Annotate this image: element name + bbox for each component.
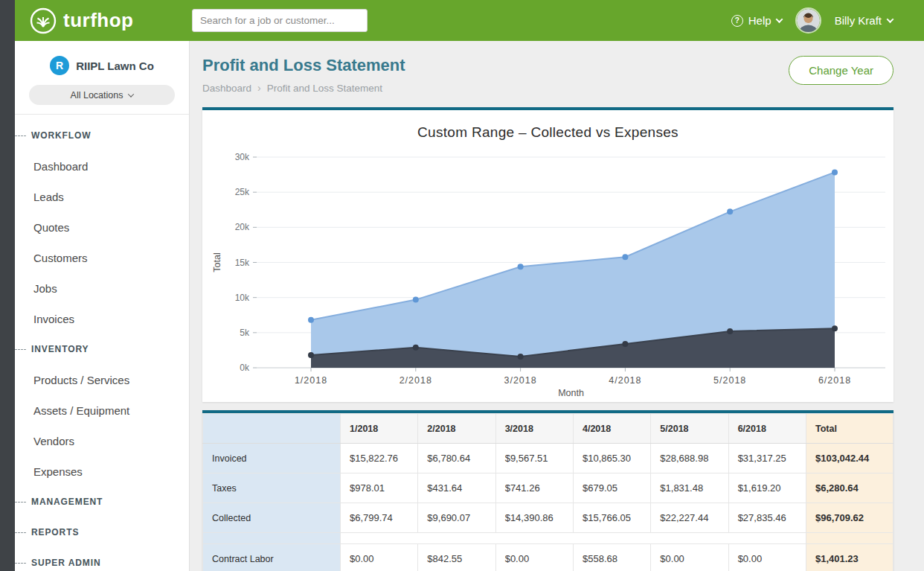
row-label: Taxes <box>203 473 341 503</box>
svg-text:15k: 15k <box>235 258 250 268</box>
table-cell-total: $96,709.62 <box>806 503 893 533</box>
sidebar-item-dashboard[interactable]: Dashboard <box>15 151 189 182</box>
location-selector-label: All Locations <box>71 90 123 101</box>
chart-title: Custom Range – Collected vs Expenses <box>202 110 893 144</box>
table-cell: $0.00 <box>495 544 573 571</box>
svg-text:0k: 0k <box>240 363 250 373</box>
sidebar-section-inventory[interactable]: INVENTORY <box>15 334 189 365</box>
help-icon: ? <box>731 15 743 27</box>
table-cell: $14,390.86 <box>495 503 573 533</box>
table-cell: $741.26 <box>495 473 573 503</box>
help-menu[interactable]: ? Help <box>731 14 782 27</box>
breadcrumb-dashboard[interactable]: Dashboard <box>202 83 251 94</box>
turfhop-grass-icon <box>30 7 57 34</box>
sidebar-section-super-admin[interactable]: SUPER ADMIN <box>15 548 189 571</box>
breadcrumb-current: Profit and Loss Statement <box>267 83 382 94</box>
row-label: Contract Labor <box>203 544 341 571</box>
tree-dash-icon <box>15 532 26 533</box>
breadcrumb: Dashboard › Profit and Loss Statement <box>202 82 405 94</box>
sidebar-item-leads[interactable]: Leads <box>15 182 189 212</box>
column-header-total: Total <box>806 414 893 444</box>
user-menu[interactable]: Billy Kraft <box>835 14 893 27</box>
column-header: 5/2018 <box>651 414 728 444</box>
change-year-button[interactable]: Change Year <box>789 56 893 85</box>
table-cell: $22,227.44 <box>651 503 728 533</box>
company-name: RIIPL Lawn Co <box>76 60 154 72</box>
table-cell: $842.55 <box>418 544 495 571</box>
table-cell: $0.00 <box>341 544 418 571</box>
left-edge <box>0 0 15 571</box>
company-badge: R <box>50 56 69 75</box>
brand-text: turfhop <box>63 9 133 32</box>
table-cell: $27,835.46 <box>728 503 806 533</box>
topbar: turfhop ? Help Billy Kraft <box>15 0 924 41</box>
table-cell: $431.64 <box>418 473 495 503</box>
sidebar-item-invoices[interactable]: Invoices <box>15 304 189 334</box>
table-cell: $15,766.05 <box>573 503 650 533</box>
svg-text:Month: Month <box>558 388 584 398</box>
svg-text:4/2018: 4/2018 <box>609 375 641 386</box>
table-cell: $15,822.76 <box>341 444 418 473</box>
table-cell: $31,317.25 <box>728 444 806 473</box>
row-label: Invoiced <box>203 444 341 473</box>
company-row: R RIIPL Lawn Co <box>15 56 189 75</box>
sidebar: R RIIPL Lawn Co All Locations WORKFLOW D… <box>15 41 190 571</box>
table-header-row: 1/2018 2/2018 3/2018 4/2018 5/2018 6/201… <box>203 414 893 444</box>
chevron-down-icon <box>128 91 134 97</box>
svg-text:5/2018: 5/2018 <box>713 375 746 386</box>
table-cell: $0.00 <box>728 544 806 571</box>
sidebar-item-expenses[interactable]: Expenses <box>15 456 189 487</box>
svg-text:20k: 20k <box>235 222 250 232</box>
user-name: Billy Kraft <box>835 14 882 27</box>
help-label: Help <box>748 14 771 27</box>
table-cell: $28,688.98 <box>651 444 728 473</box>
sidebar-section-workflow[interactable]: WORKFLOW <box>15 121 189 151</box>
table-cell: $6,799.74 <box>341 503 418 533</box>
svg-text:25k: 25k <box>235 187 250 197</box>
sidebar-section-reports[interactable]: REPORTS <box>15 517 189 548</box>
sidebar-section-management[interactable]: MANAGEMENT <box>15 487 189 517</box>
table-cell: $0.00 <box>651 544 728 571</box>
search-input[interactable] <box>192 9 368 32</box>
main-content: Profit and Loss Statement Dashboard › Pr… <box>190 41 924 571</box>
svg-text:30k: 30k <box>235 152 250 162</box>
sidebar-item-customers[interactable]: Customers <box>15 243 189 273</box>
chevron-down-icon <box>775 16 783 23</box>
table-cell: $978.01 <box>341 473 418 503</box>
sidebar-item-assets-equipment[interactable]: Assets / Equipment <box>15 395 189 426</box>
section-label: WORKFLOW <box>31 130 92 141</box>
tree-dash-icon <box>15 563 26 564</box>
table-row: Collected $6,799.74 $9,690.07 $14,390.86… <box>203 503 893 533</box>
avatar[interactable] <box>795 7 821 34</box>
table-cell: $558.68 <box>573 544 650 571</box>
table-row: Invoiced $15,822.76 $6,780.64 $9,567.51 … <box>203 444 893 473</box>
svg-text:1/2018: 1/2018 <box>295 375 327 386</box>
tree-dash-icon <box>15 349 26 350</box>
tree-dash-icon <box>15 135 26 136</box>
table-row: Contract Labor $0.00 $842.55 $0.00 $558.… <box>203 544 893 571</box>
column-header: 6/2018 <box>728 414 806 444</box>
location-selector[interactable]: All Locations <box>29 85 175 105</box>
svg-text:2/2018: 2/2018 <box>400 375 432 386</box>
section-label: REPORTS <box>31 527 79 537</box>
sidebar-nav: WORKFLOW Dashboard Leads Quotes Customer… <box>15 115 189 571</box>
sidebar-item-vendors[interactable]: Vendors <box>15 426 189 456</box>
section-label: INVENTORY <box>31 344 89 354</box>
table-corner-cell <box>203 414 341 444</box>
app: turfhop ? Help Billy Kraft <box>15 0 924 571</box>
pl-table-card: 1/2018 2/2018 3/2018 4/2018 5/2018 6/201… <box>202 410 893 571</box>
table-cell: $679.05 <box>573 473 650 503</box>
table-cell-total: $1,401.23 <box>806 544 893 571</box>
sidebar-item-quotes[interactable]: Quotes <box>15 212 189 243</box>
table-cell: $1,619.20 <box>728 473 806 503</box>
sidebar-item-products-services[interactable]: Products / Services <box>15 365 189 395</box>
table-cell: $9,567.51 <box>495 444 573 473</box>
table-group-spacer <box>203 533 893 544</box>
sidebar-company-block: R RIIPL Lawn Co All Locations <box>15 41 189 115</box>
sidebar-item-jobs[interactable]: Jobs <box>15 273 189 304</box>
svg-text:5k: 5k <box>240 328 250 338</box>
brand-logo[interactable]: turfhop <box>30 7 192 34</box>
table-cell: $9,690.07 <box>418 503 495 533</box>
svg-text:10k: 10k <box>235 293 250 303</box>
section-label: MANAGEMENT <box>31 497 103 507</box>
